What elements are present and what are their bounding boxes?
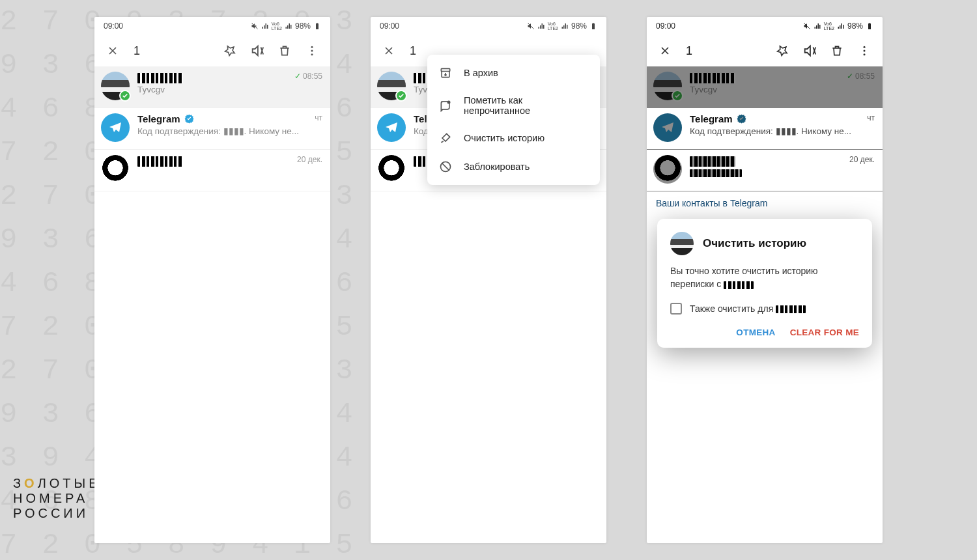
signal-icon: [537, 22, 545, 30]
svg-point-1: [311, 46, 313, 48]
selected-check-icon: [119, 90, 131, 102]
avatar: [101, 155, 130, 184]
signal2-icon: [285, 22, 292, 30]
lte-indicator: Vo6LTE2: [548, 21, 558, 31]
block-icon: [439, 160, 452, 173]
toolbar: 1: [94, 35, 330, 66]
signal-icon: [261, 22, 269, 30]
chat-name: Telegram: [137, 113, 180, 124]
chat-item-3[interactable]: 20 дек.: [94, 150, 330, 191]
status-bar: 09:00 Vo6LTE2 98%: [94, 17, 330, 35]
selection-count: 1: [410, 44, 416, 58]
chat-meta: ✓ 08:55: [294, 72, 322, 81]
chat-item-1[interactable]: Tyvcgv ✓ 08:55: [94, 66, 330, 108]
dialog-body: Вы точно хотите очистить историю перепис…: [670, 264, 859, 291]
menu-label: Пометить как непрочитанное: [464, 95, 588, 116]
phone-screenshot-2: 09:00 Vo6LTE2 98% 1: [371, 17, 606, 543]
menu-label: Очистить историю: [464, 133, 545, 143]
telegram-avatar: [377, 113, 406, 142]
chat-name-censored: [137, 72, 183, 83]
clear-for-me-button[interactable]: CLEAR FOR ME: [790, 328, 859, 337]
dialog-checkbox-row[interactable]: Также очистить для: [670, 303, 859, 315]
dialog-title: Очистить историю: [703, 237, 806, 250]
clear-history-dialog: Очистить историю Вы точно хотите очистит…: [657, 219, 872, 348]
mute-icon: [251, 22, 259, 30]
chat-item-telegram[interactable]: Telegram Код подтверждения: ▮▮▮▮. Никому…: [94, 108, 330, 150]
status-bar: 09:00 Vo6LTE2 98%: [371, 17, 606, 35]
chat-meta: чт: [315, 113, 322, 122]
svg-point-6: [447, 101, 451, 104]
phone-screenshot-3: 09:00 Vo6LTE2 98% 1: [647, 17, 883, 543]
archive-icon: [439, 66, 452, 79]
broom-icon: [439, 132, 452, 145]
context-menu: В архив Пометить как непрочитанное Очист…: [427, 55, 600, 185]
battery-percent: 98%: [295, 21, 311, 31]
svg-point-3: [311, 53, 313, 55]
selected-check-icon: [395, 90, 407, 102]
menu-mark-unread[interactable]: Пометить как непрочитанное: [427, 87, 600, 124]
pin-button[interactable]: [219, 40, 240, 61]
menu-block[interactable]: Заблокировать: [427, 152, 600, 181]
status-time: 09:00: [104, 21, 123, 31]
menu-label: В архив: [464, 68, 498, 78]
close-button[interactable]: [378, 40, 399, 61]
battery-percent: 98%: [571, 21, 587, 31]
battery-icon: [589, 22, 597, 30]
svg-point-2: [311, 50, 313, 52]
signal2-icon: [561, 22, 569, 30]
phone-screenshot-1: 09:00 Vo6LTE2 98% 1: [94, 17, 330, 543]
selection-count: 1: [134, 44, 140, 58]
avatar: [101, 72, 130, 100]
avatar: [377, 72, 406, 100]
avatar: [377, 155, 406, 184]
verified-icon: [184, 114, 194, 124]
telegram-avatar: [101, 113, 130, 142]
checkbox-icon[interactable]: [670, 303, 682, 315]
menu-label: Заблокировать: [464, 161, 530, 172]
chat-meta: 20 дек.: [297, 155, 322, 164]
delete-button[interactable]: [274, 40, 295, 61]
chat-preview: Tyvcgv: [137, 85, 287, 94]
dialog-avatar: [670, 232, 694, 255]
chat-preview: Код подтверждения: ▮▮▮▮. Никому не...: [137, 126, 307, 136]
chat-name-censored: [137, 155, 183, 167]
menu-clear-history[interactable]: Очистить историю: [427, 124, 600, 152]
menu-archive[interactable]: В архив: [427, 59, 600, 87]
mute-button[interactable]: [247, 40, 268, 61]
more-button[interactable]: [302, 40, 322, 61]
mute-icon: [527, 22, 535, 30]
close-button[interactable]: [102, 40, 123, 61]
cancel-button[interactable]: ОТМЕНА: [736, 328, 775, 337]
lte-indicator: Vo6LTE2: [272, 21, 282, 31]
battery-icon: [313, 22, 321, 30]
svg-rect-5: [441, 68, 449, 71]
status-time: 09:00: [380, 21, 399, 31]
chat-list: Tyvcgv ✓ 08:55 Telegram: [94, 66, 330, 543]
unread-icon: [439, 99, 452, 112]
